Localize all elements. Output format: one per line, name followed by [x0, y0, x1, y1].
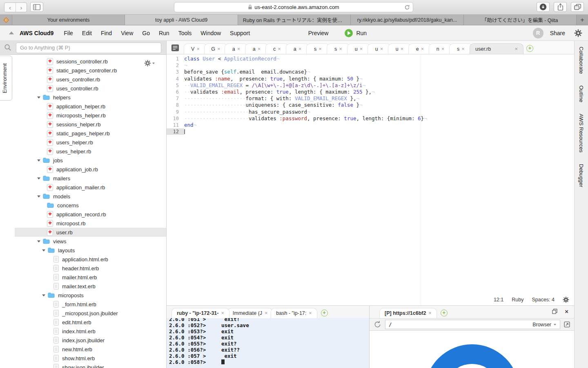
browser-dropdown[interactable]: Browser: [529, 320, 560, 329]
rail-tab-debugger[interactable]: Debugger: [578, 164, 584, 187]
tabs-overview-button[interactable]: [571, 2, 584, 12]
tree-item-show.html.erb[interactable]: show.html.erb: [15, 354, 166, 363]
editor-tab[interactable]: a×: [245, 43, 268, 54]
tree-item-users_controller.rb[interactable]: users_controller.rb: [15, 75, 166, 84]
menu-file[interactable]: File: [59, 30, 78, 36]
line-number[interactable]: 8: [167, 102, 184, 108]
close-icon[interactable]: ×: [401, 46, 404, 52]
share-menu-button[interactable]: Share: [550, 30, 565, 36]
tree-item-mailers[interactable]: mailers: [15, 174, 166, 183]
editor-tab[interactable]: s×: [327, 43, 350, 54]
settings-gear-icon[interactable]: [574, 29, 582, 37]
menu-edit[interactable]: Edit: [78, 30, 96, 36]
menu-tools[interactable]: Tools: [174, 30, 196, 36]
close-icon[interactable]: ×: [196, 46, 200, 52]
language-mode[interactable]: Ruby: [512, 297, 523, 303]
rail-tab-outline[interactable]: Outline: [578, 85, 584, 102]
editor-tab[interactable]: a×: [286, 43, 309, 54]
editor-tab[interactable]: a×: [225, 43, 248, 54]
cursor-position[interactable]: 12:1: [494, 297, 503, 303]
user-avatar[interactable]: R: [533, 28, 543, 38]
share-button[interactable]: [554, 2, 567, 12]
line-number[interactable]: 9: [167, 109, 184, 115]
forward-button[interactable]: ›: [16, 3, 27, 12]
popout-icon[interactable]: [564, 321, 570, 328]
tree-item-new.html.erb[interactable]: new.html.erb: [15, 345, 166, 354]
collapse-menu-icon[interactable]: [9, 31, 14, 34]
close-icon[interactable]: ×: [461, 46, 465, 52]
menu-support[interactable]: Support: [225, 30, 254, 36]
browser-tab[interactable]: toy appli - AWS Cloud9: [125, 15, 238, 25]
line-number[interactable]: 1: [167, 56, 184, 62]
menu-find[interactable]: Find: [96, 30, 116, 36]
editor-tab[interactable]: c×: [265, 43, 289, 54]
expander-arrow-icon[interactable]: [37, 240, 40, 242]
tree-item-users_helper.rb[interactable]: users_helper.rb: [15, 138, 166, 147]
new-preview-tab-button[interactable]: +: [441, 310, 448, 316]
editor-tab[interactable]: u×: [368, 43, 391, 54]
tree-item-show.json.jbuilder[interactable]: show.json.jbuilder: [15, 363, 166, 368]
tree-item-concerns[interactable]: concerns: [15, 201, 166, 210]
run-button[interactable]: Run: [345, 29, 367, 37]
expander-arrow-icon[interactable]: [37, 177, 40, 180]
tree-item-index.json.jbuilder[interactable]: index.json.jbuilder: [15, 336, 166, 345]
spaces-setting[interactable]: Spaces: 4: [532, 297, 555, 303]
rail-tab-aws-resources[interactable]: AWS Resources: [578, 114, 584, 153]
tree-item-microposts[interactable]: microposts: [15, 291, 166, 300]
close-icon[interactable]: ×: [514, 46, 518, 52]
tree-item-uses_helper.rb[interactable]: uses_helper.rb: [15, 147, 166, 156]
expander-arrow-icon[interactable]: [37, 96, 40, 99]
tree-item-mailer.text.erb[interactable]: mailer.text.erb: [15, 282, 166, 291]
editor-tab-active[interactable]: user.rb×: [470, 43, 523, 54]
expander-arrow-icon[interactable]: [42, 294, 45, 296]
close-icon[interactable]: ×: [237, 46, 241, 52]
new-terminal-tab-button[interactable]: +: [321, 310, 328, 316]
tree-item-application_helper.rb[interactable]: application_helper.rb: [15, 102, 166, 111]
tree-item-mailer.html.erb[interactable]: mailer.html.erb: [15, 273, 166, 282]
tree-item-edit.html.erb[interactable]: edit.html.erb: [15, 318, 166, 327]
tree-item-helpers[interactable]: helpers: [15, 93, 166, 102]
rail-tab-collaborate[interactable]: Collaborate: [578, 47, 584, 74]
close-icon[interactable]: ×: [421, 46, 424, 52]
close-icon[interactable]: ×: [380, 46, 383, 52]
tree-item-static_pages_helper.rb[interactable]: static_pages_helper.rb: [15, 129, 166, 138]
close-icon[interactable]: ×: [360, 46, 363, 52]
tree-item-_form.html.erb[interactable]: _form.html.erb: [15, 300, 166, 309]
browser-tab[interactable]: 「助けてください」を編集 - Qiita: [464, 15, 577, 25]
tree-item-application_record.rb[interactable]: application_record.rb: [15, 210, 166, 219]
browser-tab[interactable]: Ruby on Rails チュートリアル：実例を使って R...: [238, 15, 351, 25]
line-number[interactable]: 4: [167, 76, 184, 82]
close-icon[interactable]: ×: [309, 310, 312, 316]
close-icon[interactable]: ×: [339, 46, 342, 52]
close-icon[interactable]: ×: [298, 46, 302, 52]
close-icon[interactable]: ×: [265, 310, 267, 316]
tree-settings-button[interactable]: [144, 60, 155, 67]
restore-panel-icon[interactable]: [552, 309, 557, 314]
tree-item-models[interactable]: models: [15, 192, 166, 201]
code-editor[interactable]: 1class User < ApplicationRecord¬2¬3befor…: [167, 54, 574, 306]
editor-tab[interactable]: u×: [347, 43, 370, 54]
menu-run[interactable]: Run: [154, 30, 174, 36]
reload-icon[interactable]: [404, 4, 410, 10]
editor-tab[interactable]: V×: [184, 43, 207, 54]
tree-item-header.html.erb[interactable]: header.html.erb: [15, 264, 166, 273]
preview-browser-content[interactable]: [370, 331, 574, 368]
line-number[interactable]: 6: [167, 89, 184, 95]
line-number[interactable]: 5: [167, 82, 184, 89]
close-icon[interactable]: ×: [278, 46, 281, 52]
menu-window[interactable]: Window: [196, 30, 225, 36]
url-bar[interactable]: us-east-2.console.aws.amazon.com: [174, 2, 413, 12]
tree-item-index.html.erb[interactable]: index.html.erb: [15, 327, 166, 336]
editor-tab[interactable]: u×: [388, 43, 411, 54]
menu-go[interactable]: Go: [138, 30, 154, 36]
new-tab-button[interactable]: +: [577, 15, 588, 25]
editor-tab[interactable]: G×: [204, 43, 227, 54]
close-icon[interactable]: ×: [441, 46, 445, 52]
tree-item-_micropost.json.jbuilder[interactable]: _micropost.json.jbuilder: [15, 309, 166, 318]
tree-item-uses_controller.rb[interactable]: uses_controller.rb: [15, 84, 166, 93]
terminal-tab[interactable]: bash - "ip-17:×: [271, 308, 317, 318]
tree-item-static_pages_controller.rb[interactable]: static_pages_controller.rb: [15, 66, 166, 75]
tree-item-user.rb[interactable]: user.rb: [15, 228, 166, 237]
pinned-tab-cloud9[interactable]: [0, 15, 12, 25]
downloads-button[interactable]: [537, 2, 550, 12]
